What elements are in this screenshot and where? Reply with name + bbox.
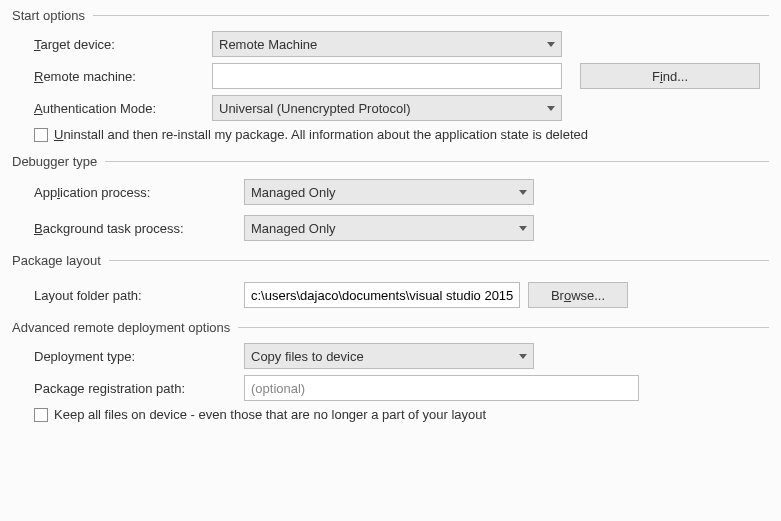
row-keep-files: Keep all files on device - even those th… [34, 407, 769, 422]
section-debugger-type: Debugger type Application process: Manag… [12, 154, 769, 241]
row-deployment-type: Deployment type: Copy files to device [34, 343, 769, 369]
select-bg-process[interactable]: Managed Only [244, 215, 534, 241]
row-auth-mode: Authentication Mode: Universal (Unencryp… [34, 95, 769, 121]
divider [105, 161, 769, 162]
chevron-down-icon [519, 354, 527, 359]
label-layout-folder: Layout folder path: [34, 288, 244, 303]
browse-button[interactable]: Browse... [528, 282, 628, 308]
row-remote-machine: Remote machine: Find... [34, 63, 769, 89]
divider [93, 15, 769, 16]
select-value: Copy files to device [251, 349, 513, 364]
select-deployment-type[interactable]: Copy files to device [244, 343, 534, 369]
select-value: Remote Machine [219, 37, 541, 52]
section-header: Package layout [12, 253, 769, 268]
chevron-down-icon [519, 226, 527, 231]
row-target-device: Target device: Remote Machine [34, 31, 769, 57]
divider [109, 260, 769, 261]
chevron-down-icon [547, 106, 555, 111]
label-uninstall: Uninstall and then re-install my package… [54, 127, 588, 142]
section-title: Start options [12, 8, 93, 23]
row-app-process: Application process: Managed Only [34, 179, 769, 205]
chevron-down-icon [547, 42, 555, 47]
row-reg-path: Package registration path: [34, 375, 769, 401]
select-auth-mode[interactable]: Universal (Unencrypted Protocol) [212, 95, 562, 121]
label-reg-path: Package registration path: [34, 381, 244, 396]
checkbox-uninstall[interactable] [34, 128, 48, 142]
section-title: Debugger type [12, 154, 105, 169]
section-start-options: Start options Target device: Remote Mach… [12, 8, 769, 142]
section-header: Start options [12, 8, 769, 23]
section-package-layout: Package layout Layout folder path: Brows… [12, 253, 769, 308]
section-title: Package layout [12, 253, 109, 268]
label-deployment-type: Deployment type: [34, 349, 244, 364]
section-advanced: Advanced remote deployment options Deplo… [12, 320, 769, 422]
divider [238, 327, 769, 328]
row-uninstall: Uninstall and then re-install my package… [34, 127, 769, 142]
section-title: Advanced remote deployment options [12, 320, 238, 335]
label-auth-mode: Authentication Mode: [34, 101, 212, 116]
input-reg-path[interactable] [244, 375, 639, 401]
label-remote-machine: Remote machine: [34, 69, 212, 84]
select-app-process[interactable]: Managed Only [244, 179, 534, 205]
select-target-device[interactable]: Remote Machine [212, 31, 562, 57]
label-bg-process: Background task process: [34, 221, 244, 236]
find-button[interactable]: Find... [580, 63, 760, 89]
row-bg-process: Background task process: Managed Only [34, 215, 769, 241]
chevron-down-icon [519, 190, 527, 195]
label-keep-files: Keep all files on device - even those th… [54, 407, 486, 422]
select-value: Managed Only [251, 185, 513, 200]
label-app-process: Application process: [34, 185, 244, 200]
row-layout-folder: Layout folder path: Browse... [34, 282, 769, 308]
section-header: Debugger type [12, 154, 769, 169]
select-value: Universal (Unencrypted Protocol) [219, 101, 541, 116]
label-target-device: Target device: [34, 37, 212, 52]
input-remote-machine[interactable] [212, 63, 562, 89]
select-value: Managed Only [251, 221, 513, 236]
input-layout-folder[interactable] [244, 282, 520, 308]
section-header: Advanced remote deployment options [12, 320, 769, 335]
checkbox-keep-files[interactable] [34, 408, 48, 422]
